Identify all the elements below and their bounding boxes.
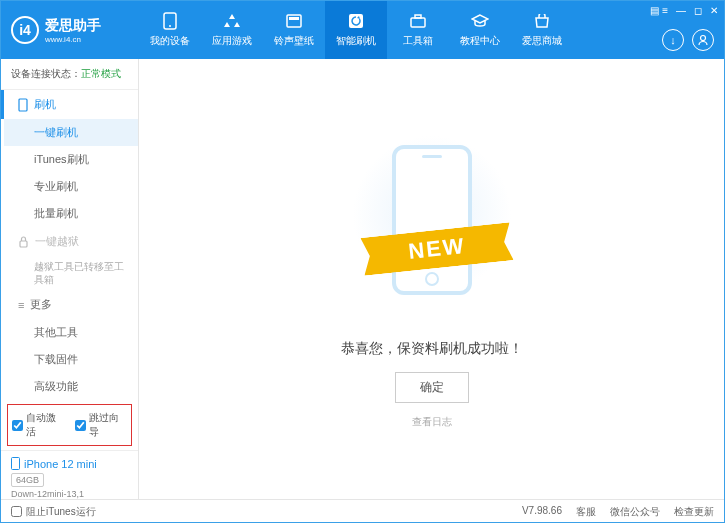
svg-point-1 — [169, 25, 171, 27]
download-icon[interactable]: ↓ — [662, 29, 684, 51]
sidebar-item-firmware[interactable]: 下载固件 — [4, 346, 138, 373]
top-nav: 我的设备 应用游戏 铃声壁纸 智能刷机 工具箱 教程中心 爱思商城 — [139, 1, 573, 59]
phone-small-icon — [18, 98, 28, 112]
app-title: 爱思助手 — [45, 17, 101, 35]
svg-rect-2 — [287, 15, 301, 27]
connection-status: 设备连接状态：正常模式 — [1, 59, 138, 90]
sidebar: 设备连接状态：正常模式 刷机 一键刷机 iTunes刷机 专业刷机 批量刷机 一… — [1, 59, 139, 499]
section-more[interactable]: ≡更多 — [4, 290, 138, 319]
main-content: NEW 恭喜您，保资料刷机成功啦！ 确定 查看日志 — [139, 59, 724, 499]
svg-rect-3 — [289, 17, 299, 20]
more-icon: ≡ — [18, 299, 24, 311]
app-url: www.i4.cn — [45, 35, 101, 44]
ok-button[interactable]: 确定 — [395, 372, 469, 403]
sidebar-item-itunes[interactable]: iTunes刷机 — [4, 146, 138, 173]
sidebar-item-pro[interactable]: 专业刷机 — [4, 173, 138, 200]
svg-rect-10 — [12, 458, 20, 470]
nav-flash[interactable]: 智能刷机 — [325, 1, 387, 59]
view-log-link[interactable]: 查看日志 — [412, 415, 452, 429]
device-icon — [11, 457, 20, 470]
sidebar-item-advanced[interactable]: 高级功能 — [4, 373, 138, 400]
device-sub: Down-12mini-13,1 — [11, 489, 128, 499]
jailbreak-note: 越狱工具已转移至工具箱 — [4, 256, 138, 290]
svg-rect-9 — [20, 241, 27, 247]
success-message: 恭喜您，保资料刷机成功啦！ — [341, 340, 523, 358]
success-illustration: NEW — [342, 130, 522, 320]
apps-icon — [223, 12, 241, 30]
grad-cap-icon — [471, 12, 489, 30]
device-panel[interactable]: iPhone 12 mini 64GB Down-12mini-13,1 — [1, 450, 138, 505]
svg-rect-5 — [411, 18, 425, 27]
svg-rect-6 — [415, 15, 421, 18]
support-link[interactable]: 客服 — [576, 505, 596, 519]
logo: i4 爱思助手 www.i4.cn — [11, 16, 139, 44]
lock-icon — [18, 236, 29, 248]
user-icon[interactable] — [692, 29, 714, 51]
nav-tutorials[interactable]: 教程中心 — [449, 1, 511, 59]
nav-ringtones[interactable]: 铃声壁纸 — [263, 1, 325, 59]
refresh-icon — [347, 12, 365, 30]
block-itunes[interactable]: 阻止iTunes运行 — [11, 505, 96, 519]
phone-icon — [161, 12, 179, 30]
svg-rect-4 — [349, 14, 363, 28]
version-label: V7.98.66 — [522, 505, 562, 519]
logo-icon: i4 — [11, 16, 39, 44]
wechat-link[interactable]: 微信公众号 — [610, 505, 660, 519]
svg-point-7 — [701, 36, 706, 41]
close-icon[interactable]: ✕ — [710, 5, 718, 16]
nav-store[interactable]: 爱思商城 — [511, 1, 573, 59]
wallpaper-icon — [285, 12, 303, 30]
window-controls: ▤ ≡ — ◻ ✕ — [650, 5, 718, 16]
device-storage: 64GB — [11, 473, 44, 487]
section-flash[interactable]: 刷机 — [1, 90, 138, 119]
update-link[interactable]: 检查更新 — [674, 505, 714, 519]
title-bar: i4 爱思助手 www.i4.cn 我的设备 应用游戏 铃声壁纸 智能刷机 工具… — [1, 1, 724, 59]
sidebar-item-other[interactable]: 其他工具 — [4, 319, 138, 346]
chk-skip-wizard[interactable]: 跳过向导 — [75, 411, 128, 439]
sidebar-item-batch[interactable]: 批量刷机 — [4, 200, 138, 227]
minimize-icon[interactable]: — — [676, 5, 686, 16]
menu-icon[interactable]: ▤ ≡ — [650, 5, 668, 16]
maximize-icon[interactable]: ◻ — [694, 5, 702, 16]
chk-auto-activate[interactable]: 自动激活 — [12, 411, 65, 439]
device-name: iPhone 12 mini — [24, 458, 97, 470]
options-highlight: 自动激活 跳过向导 — [7, 404, 132, 446]
sidebar-item-oneclick[interactable]: 一键刷机 — [4, 119, 138, 146]
svg-rect-8 — [19, 99, 27, 111]
nav-apps[interactable]: 应用游戏 — [201, 1, 263, 59]
section-jailbreak[interactable]: 一键越狱 — [4, 227, 138, 256]
nav-my-device[interactable]: 我的设备 — [139, 1, 201, 59]
nav-toolbox[interactable]: 工具箱 — [387, 1, 449, 59]
store-icon — [533, 12, 551, 30]
toolbox-icon — [409, 12, 427, 30]
